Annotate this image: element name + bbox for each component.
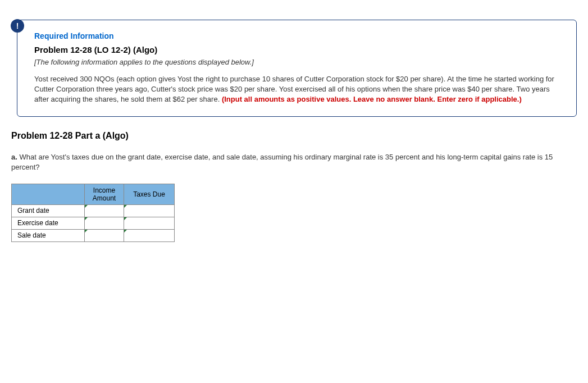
header-income: Income Amount xyxy=(85,184,124,204)
question-body: What are Yost's taxes due on the grant d… xyxy=(11,153,553,171)
required-info-label: Required Information xyxy=(34,31,562,40)
applies-note: [The following information applies to th… xyxy=(34,58,562,66)
alert-icon: ! xyxy=(11,19,24,33)
input-exercise-income[interactable] xyxy=(85,217,124,229)
input-marker-icon xyxy=(85,230,88,232)
table-row: Sale date xyxy=(12,229,175,241)
question-text: a. What are Yost's taxes due on the gran… xyxy=(11,152,577,172)
header-corner xyxy=(12,184,85,204)
input-grant-income[interactable] xyxy=(85,205,124,217)
row-label-grant: Grant date xyxy=(12,204,85,217)
input-instruction: (Input all amounts as positive values. L… xyxy=(222,95,522,103)
cell-sale-income[interactable] xyxy=(85,229,124,241)
cell-sale-taxes[interactable] xyxy=(124,229,175,241)
input-marker-icon xyxy=(124,205,127,208)
table-row: Exercise date xyxy=(12,217,175,229)
cell-grant-income[interactable] xyxy=(85,204,124,217)
question-prefix: a. xyxy=(11,153,17,161)
cell-exercise-income[interactable] xyxy=(85,217,124,229)
answer-table: Income Amount Taxes Due Grant date Exerc… xyxy=(11,184,175,242)
input-marker-icon xyxy=(124,217,127,220)
table-row: Grant date xyxy=(12,204,175,217)
cell-exercise-taxes[interactable] xyxy=(124,217,175,229)
input-marker-icon xyxy=(124,230,127,232)
part-title: Problem 12-28 Part a (Algo) xyxy=(11,131,577,141)
input-exercise-taxes[interactable] xyxy=(124,217,174,229)
problem-body: Yost received 300 NQOs (each option give… xyxy=(34,74,562,105)
input-marker-icon xyxy=(85,217,88,220)
required-info-section: ! Required Information Problem 12-28 (LO… xyxy=(11,20,577,117)
input-marker-icon xyxy=(85,205,88,208)
header-taxes: Taxes Due xyxy=(124,184,175,204)
cell-grant-taxes[interactable] xyxy=(124,204,175,217)
input-sale-taxes[interactable] xyxy=(124,230,174,241)
problem-title: Problem 12-28 (LO 12-2) (Algo) xyxy=(34,45,562,54)
row-label-sale: Sale date xyxy=(12,229,85,241)
input-grant-taxes[interactable] xyxy=(124,205,174,217)
info-box: Required Information Problem 12-28 (LO 1… xyxy=(17,20,577,117)
input-sale-income[interactable] xyxy=(85,230,124,241)
row-label-exercise: Exercise date xyxy=(12,217,85,229)
